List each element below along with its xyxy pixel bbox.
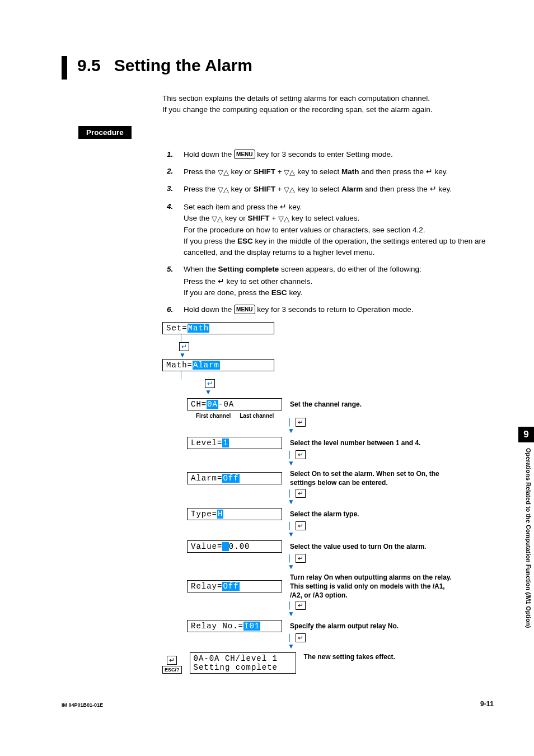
t: key to select <box>295 185 341 193</box>
desc-relay: Turn relay On when outputting alarms on … <box>290 573 458 600</box>
t: If you press the <box>184 237 237 245</box>
procedure-steps: 1. Hold down the MENU key for 3 seconds … <box>167 149 495 316</box>
updown-key-icon: ▽△ <box>218 167 229 178</box>
title-bar <box>62 56 67 80</box>
t: and then press the <box>359 167 425 176</box>
t: + <box>270 214 278 222</box>
shift-key: SHIFT <box>248 214 270 222</box>
t: Math <box>341 167 359 176</box>
chapter-tab: 9 <box>518 427 534 442</box>
display-box-ch: CH=0A-0A <box>187 398 282 410</box>
esc-key: ESC <box>237 237 253 245</box>
t: key or <box>229 185 254 193</box>
menu-key-icon: MENU <box>234 305 255 314</box>
t: key to set other channels. <box>224 277 313 286</box>
enter-key-icon: ↵ <box>296 554 306 563</box>
doc-id: IM 04P01B01-01E <box>62 702 103 708</box>
t: For the procedure on how to enter values… <box>184 226 425 234</box>
enter-key-icon: ↵ <box>430 184 437 193</box>
enter-key-icon: ↵ <box>296 450 306 459</box>
intro-line: This section explains the details of set… <box>162 93 495 104</box>
t: key. <box>433 167 448 176</box>
first-channel-label: First channel <box>196 413 231 419</box>
enter-key-icon: ↵ <box>296 521 306 530</box>
t: Press the <box>184 167 218 176</box>
enter-key-icon: ↵ <box>296 601 306 610</box>
enter-key-icon: ↵ <box>280 202 287 211</box>
t: Hold down the <box>184 305 234 314</box>
section-title: 9.5 Setting the Alarm <box>62 56 495 80</box>
enter-key-icon: ↵ <box>296 633 306 642</box>
esc-key: ESC <box>271 288 287 297</box>
t: Hold down the <box>184 150 234 158</box>
t: Press the <box>184 277 218 286</box>
t: key. <box>287 288 303 297</box>
display-box-value: Value= 0.00 <box>187 540 282 553</box>
desc-level: Select the level number between 1 and 4. <box>290 438 420 447</box>
section-number: 9.5 <box>77 56 101 75</box>
updown-key-icon: ▽△ <box>284 167 295 178</box>
t: Use the <box>184 214 212 222</box>
t: key for 3 seconds to enter Setting mode. <box>255 150 393 158</box>
page-number: 9-11 <box>480 700 494 708</box>
desc-complete: The new setting takes effect. <box>304 652 395 661</box>
updown-key-icon: ▽△ <box>212 213 223 225</box>
esc-key-label: ESC/? <box>162 666 182 674</box>
shift-key: SHIFT <box>254 185 275 193</box>
desc-ch: Set the channel range. <box>290 400 362 409</box>
enter-key-icon: ↵ <box>296 418 306 427</box>
last-channel-label: Last channel <box>240 413 274 419</box>
t: key. <box>287 203 302 211</box>
t: Press the <box>184 185 218 193</box>
desc-alarm: Select On to set the alarm. When set to … <box>290 469 458 487</box>
display-box-relay: Relay=Off <box>187 580 282 592</box>
procedure-label: Procedure <box>78 126 132 139</box>
display-box-complete: 0A-0A CH/level 1 Setting complete <box>190 652 296 674</box>
t: key or <box>229 167 254 176</box>
flow-diagram: Set=Math │↵▼ Math=Alarm │ ↵▼ CH=0A-0A Se… <box>162 322 495 674</box>
updown-key-icon: ▽△ <box>284 184 295 195</box>
t: If you are done, press the <box>184 288 271 297</box>
t: When the <box>184 265 218 273</box>
side-caption: Operations Related to the Computation Fu… <box>521 448 532 628</box>
t: Set each item and press the <box>184 203 280 211</box>
display-box-type: Type=H <box>187 508 282 520</box>
shift-key: SHIFT <box>254 167 275 176</box>
desc-type: Select the alarm type. <box>290 510 359 519</box>
t: Setting complete <box>218 265 279 273</box>
t: key or <box>223 214 247 222</box>
section-heading: Setting the Alarm <box>114 56 252 75</box>
display-box-relayno: Relay No.=I01 <box>187 620 282 632</box>
intro-line: If you change the computing equation or … <box>162 104 495 115</box>
t: Alarm <box>341 185 363 193</box>
enter-key-icon: ↵ <box>426 167 433 176</box>
t: key. <box>437 185 452 193</box>
menu-key-icon: MENU <box>234 150 255 159</box>
enter-key-icon: ↵ <box>179 342 189 351</box>
updown-key-icon: ▽△ <box>278 213 289 225</box>
t: and then press the <box>363 185 429 193</box>
t: + <box>275 167 284 176</box>
display-box-set: Set=Math <box>162 322 274 334</box>
desc-relayno: Specify the alarm output relay No. <box>290 622 399 631</box>
t: key to select <box>295 167 341 176</box>
updown-key-icon: ▽△ <box>218 184 229 195</box>
enter-key-icon: ↵ <box>205 379 215 388</box>
intro-text: This section explains the details of set… <box>162 93 495 116</box>
enter-key-icon: ↵ <box>218 277 224 286</box>
t: + <box>275 185 284 193</box>
desc-value: Select the value used to turn On the ala… <box>290 542 426 551</box>
enter-key-icon: ↵ <box>296 489 306 498</box>
t: screen appears, do either of the followi… <box>279 265 421 273</box>
t: key for 3 seconds to return to Operation… <box>255 305 414 314</box>
display-box-alarm: Alarm=Off <box>187 472 282 484</box>
t: key to select values. <box>289 214 359 222</box>
enter-key-icon: ↵ <box>167 656 177 665</box>
display-box-level: Level=1 <box>187 437 282 449</box>
display-box-math: Math=Alarm <box>162 359 274 371</box>
